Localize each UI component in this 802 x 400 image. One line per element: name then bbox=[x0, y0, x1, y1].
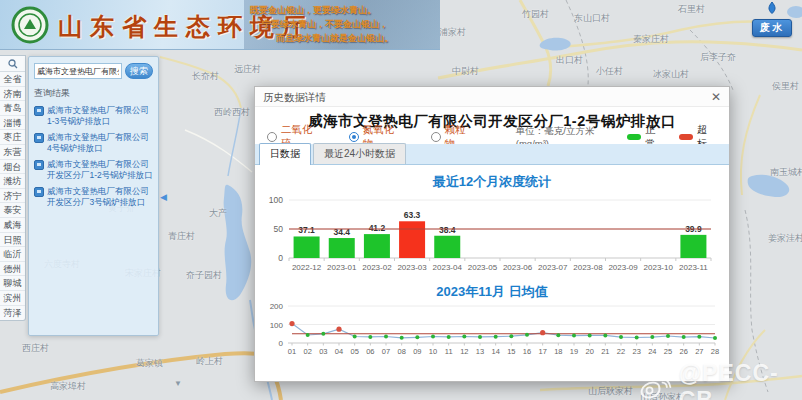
point-day-17[interactable] bbox=[540, 330, 545, 335]
city-item-济南[interactable]: 济南 bbox=[0, 87, 25, 102]
point-day-25[interactable] bbox=[666, 334, 670, 338]
svg-text:09: 09 bbox=[413, 347, 421, 356]
svg-text:100: 100 bbox=[269, 195, 283, 205]
point-day-22[interactable] bbox=[619, 335, 623, 339]
radio-circle-icon[interactable] bbox=[349, 132, 359, 142]
city-item-烟台[interactable]: 烟台 bbox=[0, 160, 25, 175]
bar-2023-03[interactable] bbox=[399, 221, 425, 258]
point-day-26[interactable] bbox=[682, 335, 686, 339]
point-day-13[interactable] bbox=[478, 335, 482, 339]
city-item-枣庄[interactable]: 枣庄 bbox=[0, 130, 25, 145]
svg-text:2023-03: 2023-03 bbox=[397, 263, 427, 272]
site-banner: 山东省生态环境厅 既要金山银山，更要绿水青山。 宁要绿水青山，不要金山银山， 而… bbox=[0, 0, 440, 50]
close-icon[interactable]: ✕ bbox=[711, 90, 721, 104]
city-item-济宁[interactable]: 济宁 bbox=[0, 189, 25, 204]
city-item-德州[interactable]: 德州 bbox=[0, 262, 25, 277]
point-day-06[interactable] bbox=[368, 335, 372, 339]
point-day-23[interactable] bbox=[635, 335, 639, 339]
city-item-威海[interactable]: 威海 bbox=[0, 218, 25, 233]
bar-2023-11[interactable] bbox=[680, 235, 706, 258]
wastewater-map-marker[interactable]: 废水 bbox=[752, 1, 792, 37]
point-day-04[interactable] bbox=[336, 327, 341, 332]
daily-chart-title: 2023年11月 日均值 bbox=[255, 283, 729, 301]
wastewater-badge[interactable]: 废水 bbox=[752, 19, 792, 37]
bar-2023-02[interactable] bbox=[364, 234, 390, 258]
svg-text:17: 17 bbox=[538, 347, 546, 356]
svg-text:2022-12: 2022-12 bbox=[292, 263, 322, 272]
city-item-泰安[interactable]: 泰安 bbox=[0, 203, 25, 218]
point-day-14[interactable] bbox=[494, 335, 498, 339]
svg-text:26: 26 bbox=[679, 347, 687, 356]
svg-text:37.1: 37.1 bbox=[298, 225, 315, 235]
point-day-12[interactable] bbox=[462, 335, 466, 339]
point-day-16[interactable] bbox=[525, 333, 529, 337]
point-day-28[interactable] bbox=[713, 336, 717, 340]
city-item-东营[interactable]: 东营 bbox=[0, 145, 25, 160]
search-results-list: 威海市文登热电厂有限公司1-3号锅炉排放口威海市文登热电厂有限公司4号锅炉排放口… bbox=[34, 105, 153, 208]
outlet-icon bbox=[34, 187, 44, 197]
city-item-淄博[interactable]: 淄博 bbox=[0, 116, 25, 131]
point-day-02[interactable] bbox=[306, 333, 310, 337]
city-item-聊城[interactable]: 聊城 bbox=[0, 276, 25, 291]
search-result-item[interactable]: 威海市文登热电厂有限公司开发区分厂1-2号锅炉排放口 bbox=[34, 159, 153, 181]
svg-text:38.4: 38.4 bbox=[439, 225, 456, 235]
search-result-item[interactable]: 威海市文登热电厂有限公司4号锅炉排放口 bbox=[34, 132, 153, 154]
svg-text:13: 13 bbox=[476, 347, 484, 356]
point-day-07[interactable] bbox=[384, 335, 388, 339]
svg-text:10: 10 bbox=[429, 347, 437, 356]
city-item-临沂[interactable]: 临沂 bbox=[0, 247, 25, 262]
point-day-18[interactable] bbox=[556, 333, 560, 337]
company-search-input[interactable] bbox=[34, 63, 122, 79]
point-day-21[interactable] bbox=[603, 333, 607, 337]
svg-text:24: 24 bbox=[648, 347, 656, 356]
results-title: 查询结果 bbox=[34, 87, 153, 100]
slogan-line: 既要金山银山，更要绿水青山。 bbox=[250, 3, 438, 17]
point-day-11[interactable] bbox=[447, 335, 451, 339]
app-window: 竹园村东山口村石里村上浦家村秦家庄村出口村中尉村小任村冰家山村后李子夼侯里村长夼… bbox=[0, 0, 802, 400]
monthly-bar-chart[interactable]: 0501002022-1237.12023-0134.42023-0241.22… bbox=[259, 187, 727, 282]
search-button[interactable]: 搜索 bbox=[125, 63, 153, 79]
search-result-item[interactable]: 威海市文登热电厂有限公司1-3号锅炉排放口 bbox=[34, 105, 153, 127]
tab-日数据[interactable]: 日数据 bbox=[259, 143, 311, 165]
point-day-24[interactable] bbox=[650, 335, 654, 339]
search-result-item[interactable]: 威海市文登热电厂有限公司开发区分厂3号锅炉排放口 bbox=[34, 186, 153, 208]
scroll-down-icon[interactable]: ▼ bbox=[174, 379, 182, 388]
city-item-青岛[interactable]: 青岛 bbox=[0, 101, 25, 116]
bar-2022-12[interactable] bbox=[294, 236, 320, 258]
city-item-菏泽[interactable]: 菏泽 bbox=[0, 306, 25, 321]
outlet-icon bbox=[34, 133, 44, 143]
svg-text:21: 21 bbox=[601, 347, 609, 356]
bar-2023-04[interactable] bbox=[434, 236, 460, 258]
city-item-潍坊[interactable]: 潍坊 bbox=[0, 174, 25, 189]
panel-collapse-icon[interactable]: ◀ bbox=[160, 192, 167, 202]
svg-text:50: 50 bbox=[274, 224, 284, 234]
point-day-05[interactable] bbox=[353, 335, 357, 339]
svg-text:18: 18 bbox=[554, 347, 562, 356]
point-day-27[interactable] bbox=[697, 335, 701, 339]
point-day-01[interactable] bbox=[289, 321, 294, 326]
radio-circle-icon[interactable] bbox=[267, 132, 277, 142]
svg-text:2023-09: 2023-09 bbox=[608, 263, 638, 272]
svg-text:11: 11 bbox=[445, 347, 453, 356]
point-day-10[interactable] bbox=[431, 335, 435, 339]
svg-text:23: 23 bbox=[632, 347, 640, 356]
city-item-全省[interactable]: 全省 bbox=[0, 72, 25, 87]
point-day-08[interactable] bbox=[400, 336, 404, 340]
svg-text:15: 15 bbox=[507, 347, 515, 356]
radio-circle-icon[interactable] bbox=[431, 132, 441, 142]
city-item-滨州[interactable]: 滨州 bbox=[0, 291, 25, 306]
point-day-20[interactable] bbox=[588, 333, 592, 337]
tab-最近24小时数据[interactable]: 最近24小时数据 bbox=[313, 143, 406, 164]
point-day-09[interactable] bbox=[415, 335, 419, 339]
point-day-15[interactable] bbox=[509, 334, 513, 338]
svg-text:2023-11: 2023-11 bbox=[679, 263, 708, 272]
point-day-19[interactable] bbox=[572, 334, 576, 338]
city-search-tab[interactable] bbox=[0, 56, 25, 72]
svg-text:22: 22 bbox=[617, 347, 625, 356]
point-day-03[interactable] bbox=[321, 332, 325, 336]
city-item-日照[interactable]: 日照 bbox=[0, 233, 25, 248]
outlet-icon bbox=[34, 106, 44, 116]
result-label: 威海市文登热电厂有限公司4号锅炉排放口 bbox=[47, 132, 153, 154]
bar-2023-01[interactable] bbox=[329, 238, 355, 258]
daily-line-chart[interactable]: 0100200010203040506070809101112131415161… bbox=[259, 300, 727, 364]
